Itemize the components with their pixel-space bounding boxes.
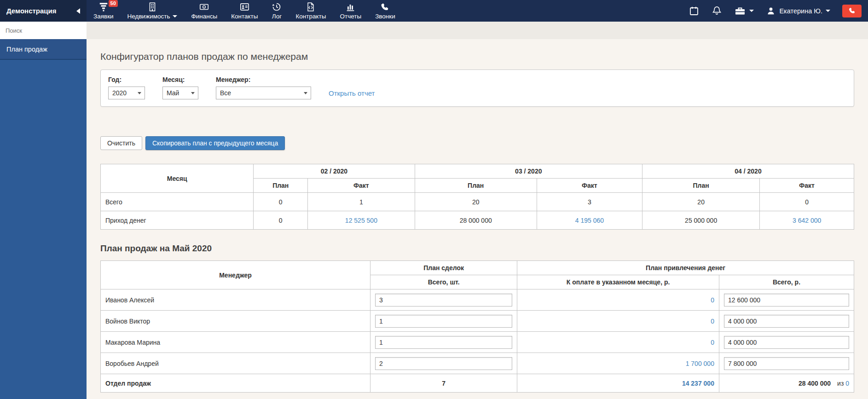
brand-block[interactable]: Демонстрация — [0, 0, 87, 22]
nav-item-label: Лог — [272, 13, 282, 20]
chevron-down-icon — [138, 92, 141, 94]
status-badge: 50 — [109, 0, 118, 7]
manager-select[interactable]: Все — [216, 87, 311, 99]
clear-button[interactable]: Очистить — [100, 136, 142, 150]
subheader-plan: План — [254, 179, 308, 193]
deals-plan-input[interactable] — [375, 336, 512, 349]
month-group-header: 04 / 2020 — [642, 164, 854, 179]
nav-item-finansy[interactable]: Финансы — [184, 0, 224, 22]
phone-icon — [380, 1, 390, 12]
copy-plan-button[interactable]: Скопировать план с предыдущего месяца — [145, 136, 285, 150]
manager-label: Менеджер: — [216, 76, 311, 83]
nav-item-log[interactable]: Лог — [265, 0, 289, 22]
nav-item-label: Звонки — [375, 13, 395, 20]
year-value: 2020 — [112, 89, 127, 97]
filter-panel: Год: 2020 Месяц: Май Менеджер: Все — [100, 69, 854, 107]
open-report-link[interactable]: Открыть отчет — [329, 89, 375, 99]
month-select[interactable]: Май — [162, 87, 198, 99]
actions-row: Очистить Скопировать план с предыдущего … — [100, 136, 854, 150]
sidebar: План продаж — [0, 22, 87, 399]
topbar: Демонстрация 50 Заявки Недвижимость Фина… — [0, 0, 868, 22]
table-row-total-deals: Всего 0 1 20 3 20 0 — [101, 193, 854, 211]
manager-value: Все — [220, 89, 231, 97]
table-row-money: Приход денег 0 12 525 500 28 000 000 4 1… — [101, 211, 854, 230]
contact-card-icon — [239, 1, 250, 12]
to-pay-link[interactable]: 0 — [522, 339, 714, 346]
nav-item-zvonki[interactable]: Звонки — [368, 0, 402, 22]
chevron-down-icon — [826, 10, 830, 12]
year-select[interactable]: 2020 — [108, 87, 145, 99]
deals-plan-input[interactable] — [375, 294, 512, 306]
subheader-plan: План — [415, 179, 537, 193]
collapse-sidebar-icon[interactable] — [76, 8, 80, 14]
fact-amount-link[interactable]: 3 642 000 — [793, 217, 821, 224]
group-header-money: План привлечения денег — [517, 261, 854, 275]
plan-table: Менеджер План сделок План привлечения де… — [100, 260, 854, 393]
chevron-down-icon — [173, 15, 177, 17]
main-area: Конфигуратор планов продаж по менеджерам… — [87, 22, 868, 399]
nav-item-otchety[interactable]: Отчеты — [333, 0, 368, 22]
chevron-down-icon — [749, 10, 754, 12]
table-row-manager: Воробьев Андрей 1 700 000 — [101, 353, 854, 374]
fact-amount-link[interactable]: 12 525 500 — [345, 217, 377, 224]
cell-value: 3 — [537, 193, 642, 211]
nav-item-label: Контакты — [231, 13, 258, 20]
subheader-fact: Факт — [308, 179, 415, 193]
nav-item-zayavki[interactable]: 50 Заявки — [87, 0, 121, 22]
month-label: Месяц: — [162, 76, 198, 83]
sidebar-item-plan-prodazh[interactable]: План продаж — [0, 39, 87, 60]
manager-filter: Менеджер: Все — [216, 76, 311, 99]
sidebar-item-label: План продаж — [6, 46, 47, 53]
person-icon — [766, 6, 776, 16]
fact-amount-link[interactable]: 4 195 060 — [575, 217, 604, 224]
nav-item-label: Заявки — [93, 13, 114, 20]
money-plan-input[interactable] — [724, 336, 849, 349]
row-label: Всего — [101, 193, 254, 211]
to-pay-link[interactable]: 0 — [522, 296, 714, 304]
nav-item-kontakty[interactable]: Контакты — [224, 0, 265, 22]
month-group-header: 03 / 2020 — [415, 164, 642, 179]
row-label: Приход денег — [101, 211, 254, 230]
phone-icon — [848, 7, 856, 15]
nav-item-label: Недвижимость — [127, 13, 170, 20]
call-button[interactable] — [842, 5, 862, 17]
to-pay-link[interactable]: 1 700 000 — [522, 360, 714, 367]
briefcase-menu[interactable] — [734, 6, 754, 17]
total-money-value: 28 400 000 — [799, 380, 831, 387]
user-menu[interactable]: Екатерина Ю. — [766, 6, 830, 16]
subheader-money-total: Всего, р. — [719, 275, 854, 289]
deals-plan-input[interactable] — [375, 315, 512, 328]
briefcase-icon — [734, 6, 746, 17]
of-value-link[interactable]: 0 — [845, 380, 849, 387]
sidebar-search — [0, 22, 87, 39]
cell-value: 0 — [254, 211, 308, 230]
table-row-manager: Войнов Виктор 0 — [101, 311, 854, 332]
money-plan-input[interactable] — [724, 294, 849, 306]
search-input[interactable] — [6, 27, 87, 34]
total-to-pay-value: 14 237 000 — [517, 374, 719, 393]
table-row-manager: Макарова Марина 0 — [101, 332, 854, 353]
nav-item-nedvizhimost[interactable]: Недвижимость — [121, 0, 185, 22]
topbar-right: Екатерина Ю. — [689, 0, 868, 22]
money-plan-input[interactable] — [724, 357, 849, 370]
money-plan-input[interactable] — [724, 315, 849, 328]
history-table: Месяц 02 / 2020 03 / 2020 04 / 2020 План… — [100, 164, 854, 230]
of-label: из — [837, 380, 844, 387]
deals-plan-input[interactable] — [375, 357, 512, 370]
nav-item-label: Контракты — [295, 13, 326, 20]
history-icon — [272, 1, 282, 12]
toolbar-strip — [87, 22, 868, 39]
brand-label: Демонстрация — [6, 7, 57, 15]
chevron-down-icon — [191, 92, 195, 94]
bar-chart-icon — [345, 1, 356, 12]
calendar-icon[interactable] — [689, 6, 700, 17]
month-value: Май — [167, 89, 179, 97]
table-row-manager: Иванов Алексей 0 — [101, 289, 854, 311]
to-pay-link[interactable]: 0 — [522, 318, 714, 325]
manager-name: Макарова Марина — [101, 332, 370, 353]
main-nav: 50 Заявки Недвижимость Финансы Контакты — [87, 0, 402, 22]
building-icon — [147, 1, 157, 12]
manager-name: Войнов Виктор — [101, 311, 370, 332]
bell-icon[interactable] — [712, 6, 722, 16]
nav-item-kontrakty[interactable]: Контракты — [289, 0, 333, 22]
